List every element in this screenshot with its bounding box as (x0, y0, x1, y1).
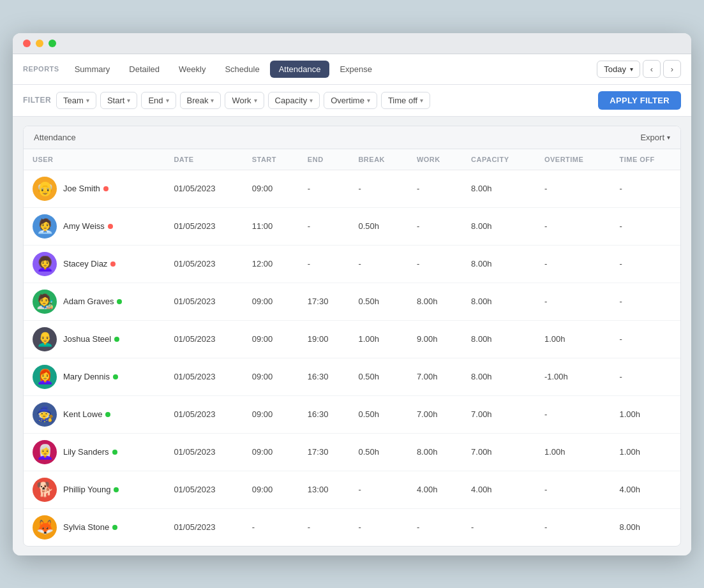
tab-schedule[interactable]: Schedule (216, 61, 268, 78)
col-overtime: OVERTIME (535, 149, 611, 170)
chevron-down-icon: ▾ (630, 66, 633, 73)
cell-timeoff-7: 1.00h (610, 433, 680, 471)
user-name: Joe Smith (63, 184, 109, 193)
cell-date-7: 01/05/2023 (165, 433, 243, 471)
cell-end-2: - (299, 245, 350, 283)
user-cell-6: 🧙 Kent Lowe (24, 395, 165, 433)
cell-overtime-7: 1.00h (535, 433, 611, 471)
tab-weekly[interactable]: Weekly (170, 61, 214, 78)
next-button[interactable]: › (663, 60, 681, 78)
cell-work-9: - (408, 508, 462, 546)
export-button[interactable]: Export ▾ (640, 133, 670, 142)
cell-capacity-7: 7.00h (462, 433, 535, 471)
cell-overtime-6: - (535, 395, 611, 433)
table-row: 🐕 Phillip Young 01/05/202309:0013:00-4.0… (24, 471, 680, 508)
nav-right: Today ▾ ‹ › (597, 60, 681, 78)
cell-timeoff-9: 8.00h (610, 508, 680, 546)
cell-break-3: 0.50h (349, 283, 407, 320)
title-bar (13, 33, 691, 54)
filter-bar: FILTER Team▾Start▾End▾Break▾Work▾Capacit… (13, 85, 691, 117)
user-cell-2: 👩‍🦱 Stacey Diaz (24, 245, 165, 283)
cell-break-0: - (349, 170, 407, 207)
table-row: 🧑‍🎨 Adam Graves 01/05/202309:0017:300.50… (24, 283, 680, 320)
avatar: 🧑‍🎨 (33, 290, 57, 314)
cell-capacity-2: 8.00h (462, 245, 535, 283)
reports-label: REPORTS (23, 65, 59, 73)
user-name: Adam Graves (63, 297, 122, 306)
col-end: END (299, 149, 350, 170)
cell-end-5: 16:30 (299, 358, 350, 395)
avatar: 👩‍🦰 (33, 365, 57, 389)
table-row: 👩‍🦱 Stacey Diaz 01/05/202312:00---8.00h-… (24, 245, 680, 283)
cell-start-0: 09:00 (243, 170, 299, 207)
today-select[interactable]: Today ▾ (597, 61, 640, 78)
cell-break-8: - (349, 471, 407, 508)
status-dot (117, 299, 122, 304)
user-name: Sylvia Stone (63, 522, 117, 532)
cell-overtime-3: - (535, 283, 611, 320)
cell-end-7: 17:30 (299, 433, 350, 471)
cell-capacity-1: 8.00h (462, 207, 535, 245)
user-cell-5: 👩‍🦰 Mary Dennis (24, 358, 165, 395)
cell-capacity-8: 4.00h (462, 471, 535, 508)
filter-overtime-button[interactable]: Overtime▾ (324, 92, 377, 109)
status-dot (114, 337, 119, 342)
apply-filter-button[interactable]: APPLY FILTER (598, 91, 681, 110)
today-label: Today (604, 64, 626, 74)
cell-capacity-3: 8.00h (462, 283, 535, 320)
tab-expense[interactable]: Expense (331, 61, 381, 78)
tab-detailed[interactable]: Detailed (120, 61, 169, 78)
filter-end-button[interactable]: End▾ (141, 92, 176, 109)
user-cell-3: 🧑‍🎨 Adam Graves (24, 283, 165, 320)
chevron-down-icon: ▾ (667, 134, 670, 141)
status-dot (108, 224, 113, 229)
prev-button[interactable]: ‹ (643, 60, 661, 78)
cell-date-6: 01/05/2023 (165, 395, 243, 433)
filter-team-button[interactable]: Team▾ (56, 92, 96, 109)
cell-work-2: - (408, 245, 462, 283)
status-dot (110, 261, 116, 267)
filter-work-button[interactable]: Work▾ (225, 92, 264, 109)
col-user: USER (24, 149, 165, 170)
table-row: 👨‍🦲 Joshua Steel 01/05/202309:0019:001.0… (24, 320, 680, 358)
tab-attendance[interactable]: Attendance (270, 61, 330, 78)
cell-capacity-0: 8.00h (462, 170, 535, 207)
filter-timeoff-button[interactable]: Time off▾ (381, 92, 430, 109)
tab-summary[interactable]: Summary (66, 61, 119, 78)
table-row: 🦊 Sylvia Stone 01/05/2023------8.00h (24, 508, 680, 546)
table-row: 🧙 Kent Lowe 01/05/202309:0016:300.50h7.0… (24, 395, 680, 433)
cell-start-2: 12:00 (243, 245, 299, 283)
filter-label: FILTER (23, 96, 51, 105)
avatar: 🦊 (33, 515, 57, 540)
status-dot (103, 186, 109, 191)
filter-capacity-button[interactable]: Capacity▾ (268, 92, 320, 109)
avatar: 👴 (33, 177, 57, 201)
close-button[interactable] (23, 40, 31, 47)
cell-break-9: - (349, 508, 407, 546)
cell-break-4: 1.00h (349, 320, 407, 358)
cell-break-6: 0.50h (349, 395, 407, 433)
minimize-button[interactable] (36, 40, 43, 47)
user-cell-8: 🐕 Phillip Young (24, 471, 165, 508)
col-capacity: CAPACITY (462, 149, 535, 170)
avatar: 🧑‍💼 (33, 214, 57, 239)
cell-capacity-6: 7.00h (462, 395, 535, 433)
filter-break-button[interactable]: Break▾ (180, 92, 221, 109)
cell-start-1: 11:00 (243, 207, 299, 245)
cell-start-7: 09:00 (243, 433, 299, 471)
cell-date-1: 01/05/2023 (165, 207, 243, 245)
filter-start-button[interactable]: Start▾ (100, 92, 137, 109)
cell-end-1: - (299, 207, 350, 245)
content-area: Attendance Export ▾ USERDATESTARTENDBREA… (13, 117, 691, 555)
status-dot (112, 525, 117, 530)
cell-timeoff-5: - (610, 358, 680, 395)
user-cell-1: 🧑‍💼 Amy Weiss (24, 207, 165, 245)
cell-overtime-0: - (535, 170, 611, 207)
user-name: Phillip Young (63, 485, 119, 494)
cell-end-8: 13:00 (299, 471, 350, 508)
maximize-button[interactable] (49, 40, 56, 47)
table-row: 👩‍🦰 Mary Dennis 01/05/202309:0016:300.50… (24, 358, 680, 395)
cell-work-1: - (408, 207, 462, 245)
cell-end-0: - (299, 170, 350, 207)
user-cell-0: 👴 Joe Smith (24, 170, 165, 207)
